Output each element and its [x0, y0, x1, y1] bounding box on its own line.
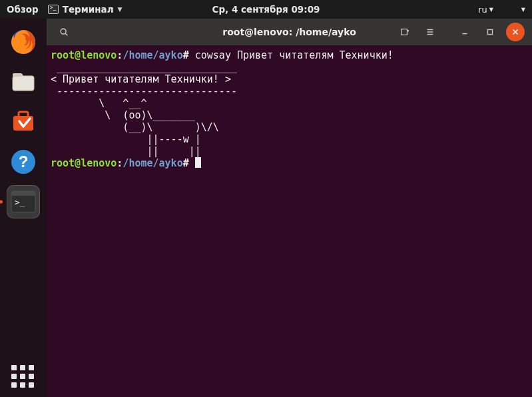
files-icon	[9, 68, 37, 96]
cowsay-output: ______________________________ < Привет …	[51, 61, 237, 157]
minimize-button[interactable]	[455, 23, 474, 41]
terminal-window: root@lenovo: /home/ayko root@lenovo:/hom…	[47, 19, 532, 397]
show-applications-button[interactable]	[11, 365, 35, 389]
command-1: cowsay Привет читателям Технички!	[195, 49, 394, 61]
svg-rect-7	[13, 76, 34, 91]
chevron-down-icon: ▼	[489, 7, 493, 13]
svg-text:>_: >_	[15, 197, 25, 207]
dock: ? >_	[0, 19, 47, 397]
files-launcher[interactable]	[7, 65, 40, 99]
prompt-hash: #	[183, 49, 189, 61]
terminal-content[interactable]: root@lenovo:/home/ayko# cowsay Привет чи…	[47, 45, 532, 397]
firefox-launcher[interactable]	[7, 25, 40, 59]
window-title: root@lenovo: /home/ayko	[222, 27, 356, 37]
system-status-area[interactable]: ▼	[501, 7, 525, 13]
terminal-launcher[interactable]: >_	[7, 185, 40, 218]
app-menu-label: Терминал	[63, 4, 114, 15]
svg-text:?: ?	[19, 153, 29, 171]
search-icon	[59, 27, 69, 37]
terminal-icon: >_	[11, 191, 36, 213]
cursor	[195, 157, 201, 168]
chevron-down-icon: ▼	[118, 6, 123, 13]
new-tab-icon	[400, 27, 409, 37]
app-menu[interactable]: Терминал ▼	[48, 4, 123, 15]
svg-line-16	[65, 33, 67, 35]
help-launcher[interactable]: ?	[7, 145, 40, 179]
svg-rect-17	[401, 29, 407, 35]
activities-button[interactable]: Обзор	[7, 4, 39, 15]
hamburger-icon	[425, 27, 435, 37]
close-button[interactable]	[506, 23, 525, 41]
prompt-path: /home/ayko	[123, 49, 182, 61]
search-button[interactable]	[55, 23, 73, 41]
new-tab-button[interactable]	[396, 23, 414, 41]
software-icon	[9, 108, 37, 136]
maximize-icon	[485, 27, 495, 37]
close-icon	[511, 27, 520, 37]
svg-rect-24	[488, 30, 493, 35]
clock[interactable]: Ср, 4 сентября 09:09	[212, 4, 320, 15]
maximize-button[interactable]	[481, 23, 499, 41]
menu-button[interactable]	[421, 23, 439, 41]
window-titlebar: root@lenovo: /home/ayko	[47, 19, 532, 45]
minimize-icon	[460, 27, 469, 37]
help-icon: ?	[9, 148, 37, 176]
prompt-user: root@lenovo	[51, 157, 117, 169]
prompt-hash: #	[183, 157, 189, 169]
prompt-user: root@lenovo	[51, 49, 117, 61]
gnome-topbar: Обзор Терминал ▼ Ср, 4 сентября 09:09 ru…	[0, 0, 532, 19]
svg-rect-13	[11, 191, 35, 196]
terminal-app-icon	[48, 5, 59, 14]
prompt-path: /home/ayko	[123, 157, 182, 169]
software-launcher[interactable]	[7, 105, 40, 139]
input-language[interactable]: ru ▼	[478, 5, 493, 15]
chevron-down-icon: ▼	[521, 7, 525, 13]
input-language-label: ru	[478, 5, 487, 15]
firefox-icon	[9, 28, 37, 56]
svg-point-15	[61, 29, 66, 34]
